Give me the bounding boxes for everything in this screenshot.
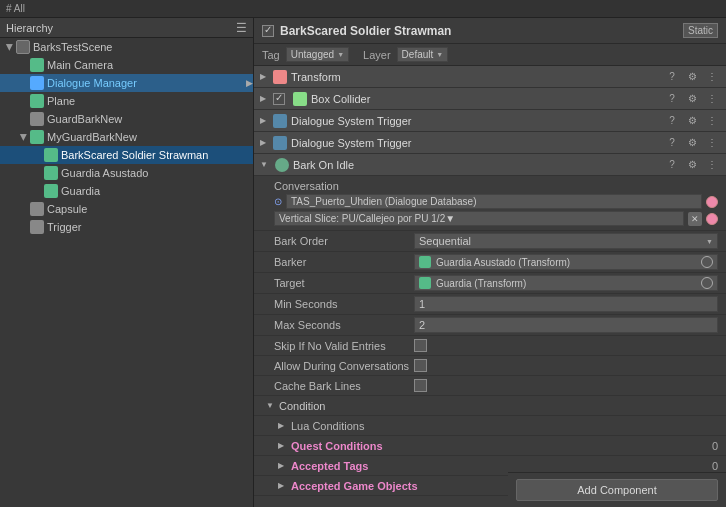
item-label: MyGuardBarkNew — [47, 131, 137, 143]
sidebar-item-my-guard-bark-new[interactable]: MyGuardBarkNew — [0, 128, 253, 146]
accepted-tags-label: Accepted Tags — [291, 460, 712, 472]
tag-dropdown[interactable]: Untagged — [286, 47, 349, 62]
sidebar-item-guardia-asustado[interactable]: ▶ Guardia Asustado — [0, 164, 253, 182]
sidebar-item-guard-bark-new[interactable]: ▶ GuardBarkNew — [0, 110, 253, 128]
help-icon[interactable]: ? — [664, 69, 680, 85]
tag-layer-row: Tag Untagged Layer Default — [254, 44, 726, 66]
dialogue-trigger-1-header[interactable]: ▶ Dialogue System Trigger ? ⚙ ⋮ — [254, 110, 726, 132]
add-component-bar: Add Component — [508, 472, 726, 507]
menu-icon[interactable]: ⋮ — [704, 135, 720, 151]
quest-conditions-row[interactable]: ▶ Quest Conditions 0 — [254, 436, 726, 456]
gameobject-icon — [30, 130, 44, 144]
object-active-checkbox[interactable] — [262, 25, 274, 37]
barker-circle[interactable] — [701, 256, 713, 268]
sidebar-item-main-camera[interactable]: ▶ Main Camera — [0, 56, 253, 74]
help-icon[interactable]: ? — [664, 113, 680, 129]
settings-icon[interactable]: ⚙ — [684, 113, 700, 129]
target-circle[interactable] — [701, 277, 713, 289]
scene-icon — [16, 40, 30, 54]
conversation-slice-circle[interactable] — [706, 213, 718, 225]
conversation-slice-value[interactable]: Vertical Slice: PU/Callejeo por PU 1/2▼ — [274, 211, 684, 226]
sidebar-item-plane[interactable]: ▶ Plane — [0, 92, 253, 110]
component-expand-icon: ▶ — [260, 72, 266, 81]
inspector-panel: BarkScared Soldier Strawman Static Tag U… — [254, 18, 726, 507]
gameobject-icon — [30, 220, 44, 234]
menu-icon[interactable]: ⋮ — [704, 157, 720, 173]
gameobject-icon — [44, 184, 58, 198]
skip-row: Skip If No Valid Entries — [254, 336, 726, 356]
help-icon[interactable]: ? — [664, 157, 680, 173]
quest-conditions-label: Quest Conditions — [291, 440, 712, 452]
gameobject-icon — [44, 166, 58, 180]
item-label: Guardia Asustado — [61, 167, 148, 179]
menu-icon[interactable]: ⋮ — [704, 91, 720, 107]
settings-icon[interactable]: ⚙ — [684, 91, 700, 107]
gameobject-icon — [30, 112, 44, 126]
component-expand-icon: ▶ — [260, 138, 266, 147]
settings-icon[interactable]: ⚙ — [684, 69, 700, 85]
sidebar-item-dialogue-manager[interactable]: ▶ Dialogue Manager ▶ — [0, 74, 253, 92]
skip-checkbox[interactable] — [414, 339, 427, 352]
hierarchy-menu-icon[interactable]: ☰ — [236, 21, 247, 35]
max-seconds-input[interactable]: 2 — [414, 317, 718, 333]
scene-label: # All — [6, 3, 25, 14]
sidebar-item-bark-scared[interactable]: ▶ BarkScared Soldier Strawman — [0, 146, 253, 164]
add-component-button[interactable]: Add Component — [516, 479, 718, 501]
sidebar-item-guardia[interactable]: ▶ Guardia — [0, 182, 253, 200]
trigger-1-actions: ? ⚙ ⋮ — [664, 113, 720, 129]
conversation-db-circle[interactable] — [706, 196, 718, 208]
help-icon[interactable]: ? — [664, 91, 680, 107]
conversation-slice-clear[interactable]: ✕ — [688, 212, 702, 226]
settings-icon[interactable]: ⚙ — [684, 135, 700, 151]
accepted-tags-count: 0 — [712, 460, 718, 472]
trigger-icon — [273, 136, 287, 150]
static-badge[interactable]: Static — [683, 23, 718, 38]
item-label: Plane — [47, 95, 75, 107]
bark-on-idle-name: Bark On Idle — [293, 159, 660, 171]
barker-value-box[interactable]: Guardia Asustado (Transform) — [414, 254, 718, 270]
inspector-scroll[interactable]: ▶ Transform ? ⚙ ⋮ ▶ Box Collider ? ⚙ ⋮ — [254, 66, 726, 507]
conversation-slice-row: Vertical Slice: PU/Callejeo por PU 1/2▼ … — [274, 211, 718, 226]
item-label: Dialogue Manager — [47, 77, 137, 89]
dialogue-trigger-2-header[interactable]: ▶ Dialogue System Trigger ? ⚙ ⋮ — [254, 132, 726, 154]
quest-fold-icon: ▶ — [278, 441, 288, 450]
target-go-icon — [419, 277, 431, 289]
box-collider-actions: ? ⚙ ⋮ — [664, 91, 720, 107]
target-value-box[interactable]: Guardia (Transform) — [414, 275, 718, 291]
sidebar-item-capsule[interactable]: ▶ Capsule — [0, 200, 253, 218]
box-collider-component-header[interactable]: ▶ Box Collider ? ⚙ ⋮ — [254, 88, 726, 110]
min-seconds-input[interactable]: 1 — [414, 296, 718, 312]
menu-icon[interactable]: ⋮ — [704, 69, 720, 85]
bark-order-label: Bark Order — [274, 235, 414, 247]
lua-conditions-label: Lua Conditions — [291, 420, 718, 432]
collider-icon — [293, 92, 307, 106]
help-icon[interactable]: ? — [664, 135, 680, 151]
objects-fold-icon: ▶ — [278, 481, 288, 490]
bark-order-value: Sequential — [419, 235, 471, 247]
tags-fold-icon: ▶ — [278, 461, 288, 470]
bark-on-idle-header[interactable]: ▼ Bark On Idle ? ⚙ ⋮ — [254, 154, 726, 176]
quest-conditions-count: 0 — [712, 440, 718, 452]
max-seconds-row: Max Seconds 2 — [254, 315, 726, 336]
conversation-db-value[interactable]: TAS_Puerto_Uhdien (Dialogue Database) — [286, 194, 702, 209]
condition-section[interactable]: ▼ Condition — [254, 396, 726, 416]
layer-label: Layer — [363, 49, 391, 61]
transform-component-header[interactable]: ▶ Transform ? ⚙ ⋮ — [254, 66, 726, 88]
component-expand-icon: ▼ — [260, 160, 268, 169]
lua-conditions-row[interactable]: ▶ Lua Conditions — [254, 416, 726, 436]
scene-root[interactable]: BarksTestScene — [0, 38, 253, 56]
settings-icon[interactable]: ⚙ — [684, 157, 700, 173]
layer-dropdown[interactable]: Default — [397, 47, 449, 62]
max-seconds-value: 2 — [419, 319, 425, 331]
barker-value: Guardia Asustado (Transform) — [436, 257, 699, 268]
bark-order-dropdown[interactable]: Sequential ▼ — [414, 233, 718, 249]
allow-checkbox[interactable] — [414, 359, 427, 372]
menu-icon[interactable]: ⋮ — [704, 113, 720, 129]
conversation-block: Conversation ⊙ TAS_Puerto_Uhdien (Dialog… — [254, 176, 726, 231]
transform-name: Transform — [291, 71, 660, 83]
box-collider-enable-checkbox[interactable] — [273, 93, 285, 105]
cache-checkbox[interactable] — [414, 379, 427, 392]
sidebar-item-trigger[interactable]: ▶ Trigger — [0, 218, 253, 236]
allow-label: Allow During Conversations — [274, 360, 414, 372]
condition-label: Condition — [279, 400, 325, 412]
